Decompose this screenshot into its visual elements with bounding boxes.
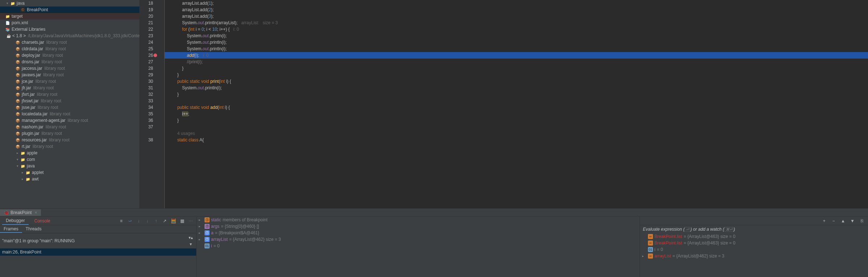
tree-item[interactable]: 📦nashorn.jarlibrary root [0, 124, 139, 130]
expand-icon[interactable]: ▸ [199, 225, 203, 228]
evaluate-icon[interactable]: 🧮 [170, 218, 177, 224]
tree-item[interactable]: 📚External Libraries [0, 26, 139, 33]
threads-tab[interactable]: Threads [22, 225, 45, 233]
code-line[interactable] [168, 98, 868, 104]
code-line[interactable]: add(i); i: 0 [168, 52, 868, 59]
variable-row[interactable]: ▸ⓕa = {Breakpoint$A@461} [197, 230, 640, 236]
variable-row[interactable]: ∞BreakPoint.list = {ArrayList@463} size … [640, 240, 868, 246]
filter-icon[interactable]: ▾▴ [187, 234, 194, 241]
line-number[interactable]: 20 [140, 13, 153, 20]
tree-item[interactable]: ▸📁awt [0, 176, 139, 182]
code-line[interactable]: for (int i = 0; i < 10; i++) { i: 0 [168, 26, 868, 33]
tree-item[interactable]: 📁target [0, 13, 139, 20]
line-number[interactable]: 34 [140, 104, 153, 111]
code-line[interactable]: System.out.println(i); [168, 33, 868, 39]
tree-item[interactable]: 📦deploy.jarlibrary root [0, 52, 139, 59]
line-number[interactable]: 32 [140, 91, 153, 98]
line-number[interactable]: 36 [140, 117, 153, 124]
frames-tab[interactable]: Frames [0, 225, 22, 233]
expand-icon[interactable]: ▸ [199, 238, 203, 241]
debugger-subtab[interactable]: Debugger [2, 217, 29, 225]
line-number[interactable]: 37 [140, 124, 153, 130]
line-number[interactable]: 28 [140, 65, 153, 72]
tree-item[interactable]: 📦localedata.jarlibrary root [0, 111, 139, 117]
line-number[interactable]: 33 [140, 98, 153, 104]
copy-icon[interactable]: ⎘ [859, 218, 865, 224]
variable-row[interactable]: ▸ⓕarrayList = {ArrayList@462} size = 3 [197, 236, 640, 243]
tree-item[interactable]: ▾📁java [0, 163, 139, 169]
force-step-icon[interactable]: ↓ [144, 218, 151, 224]
tree-item[interactable]: ▾📁com [0, 156, 139, 163]
debug-run-tab[interactable]: 🐞 BreakPoint × [0, 209, 41, 216]
code-line[interactable]: } [168, 117, 868, 124]
code-line[interactable]: //print(i); [168, 59, 868, 65]
line-number[interactable]: 18 [140, 0, 153, 7]
dropdown-icon[interactable]: ▾ [187, 241, 194, 247]
code-line[interactable]: arrayList.add(2); [168, 7, 868, 13]
line-number[interactable]: 27 [140, 59, 153, 65]
tree-item[interactable]: 📦jaccess.jarlibrary root [0, 65, 139, 72]
code-line[interactable]: System.out.println(arrayList); arrayList… [168, 20, 868, 26]
tree-item[interactable]: 📦dnsns.jarlibrary root [0, 59, 139, 65]
tree-item[interactable]: 📦cldrdata.jarlibrary root [0, 46, 139, 52]
fold-column[interactable] [160, 0, 165, 208]
expand-icon[interactable]: ▸ [642, 254, 646, 258]
step-into-icon[interactable]: ↓ [135, 218, 142, 224]
project-tree[interactable]: ▾📁java©BreakPoint📁target📄pom.xml📚Externa… [0, 0, 140, 208]
code-line[interactable]: } [168, 65, 868, 72]
tree-item[interactable]: 📦plugin.jarlibrary root [0, 130, 139, 137]
tree-item[interactable]: 📦jsse.jarlibrary root [0, 104, 139, 111]
tree-item[interactable]: 📦jfr.jarlibrary root [0, 85, 139, 91]
line-number[interactable]: 26 [140, 52, 153, 59]
align-icon[interactable]: ≡ [118, 218, 125, 224]
code-line[interactable]: arrayList.add(3); [168, 13, 868, 20]
tree-item[interactable]: 📦resources.jarlibrary root [0, 137, 139, 143]
thread-row[interactable]: "main"@1 in group "main": RUNNING ▾▴ ▾ [0, 233, 196, 248]
step-over-icon[interactable]: ⤻ [127, 218, 133, 224]
code-line[interactable]: } [168, 72, 868, 78]
tree-item[interactable]: ☕< 1.8 >/Library/Java/JavaVirtualMachine… [0, 33, 139, 39]
line-number[interactable]: 22 [140, 26, 153, 33]
remove-watch-icon[interactable]: − [830, 218, 837, 224]
line-number[interactable]: 19 [140, 7, 153, 13]
line-number[interactable]: 35 [140, 111, 153, 117]
down-icon[interactable]: ▼ [849, 218, 856, 224]
line-number[interactable] [140, 130, 153, 137]
line-number[interactable]: 21 [140, 20, 153, 26]
code-line[interactable]: } [168, 91, 868, 98]
tree-item[interactable]: 📄pom.xml [0, 20, 139, 26]
add-watch-icon[interactable]: + [821, 218, 827, 224]
code-line[interactable]: static class A{ [168, 137, 868, 143]
code-line[interactable] [168, 124, 868, 130]
variable-row[interactable]: ▸∞arrayList = {ArrayList@462} size = 3 [640, 253, 868, 259]
variable-row[interactable]: 01i = 0 [197, 243, 640, 249]
variable-row[interactable]: ▸Ⓢstatic members of Breakpoint [197, 217, 640, 223]
tree-item[interactable]: ▾📁java [0, 0, 139, 7]
tree-item[interactable]: 📦jfxswt.jarlibrary root [0, 98, 139, 104]
variable-row[interactable]: 01i = 0 [640, 246, 868, 253]
line-number[interactable]: 31 [140, 85, 153, 91]
line-number[interactable]: 30 [140, 78, 153, 85]
code-line[interactable]: public static void print(int i) { [168, 78, 868, 85]
editor[interactable]: 1819202122232425262728293031323334353637… [140, 0, 868, 208]
code-line[interactable]: public static void add(int i) { [168, 104, 868, 111]
more-icon[interactable]: ⋯ [187, 218, 194, 224]
console-subtab[interactable]: Console [31, 217, 54, 225]
expand-icon[interactable]: ▸ [199, 231, 203, 235]
variable-row[interactable]: ∞BreakPoint.list = {ArrayList@463} size … [640, 233, 868, 240]
line-number[interactable]: 23 [140, 33, 153, 39]
line-number[interactable]: 38 [140, 137, 153, 143]
watch-expression-input[interactable]: Evaluate expression (⏎) or add a watch (… [640, 225, 868, 233]
code-line[interactable]: System.out.println(i); [168, 39, 868, 46]
code-line[interactable]: System.out.println(i); [168, 46, 868, 52]
tree-item[interactable]: 📦jfxrt.jarlibrary root [0, 91, 139, 98]
tree-item[interactable]: 📦charsets.jarlibrary root [0, 39, 139, 46]
line-number[interactable]: 25 [140, 46, 153, 52]
code-line[interactable]: 4 usages [168, 130, 868, 137]
step-out-icon[interactable]: ↑ [153, 218, 159, 224]
tree-item[interactable]: 📦management-agent.jarlibrary root [0, 117, 139, 124]
expand-icon[interactable]: ▸ [199, 218, 203, 222]
tree-item[interactable]: ▸📁applet [0, 169, 139, 176]
code-line[interactable]: arrayList.add(1); [168, 0, 868, 7]
code-line[interactable]: System.out.println(i); [168, 85, 868, 91]
